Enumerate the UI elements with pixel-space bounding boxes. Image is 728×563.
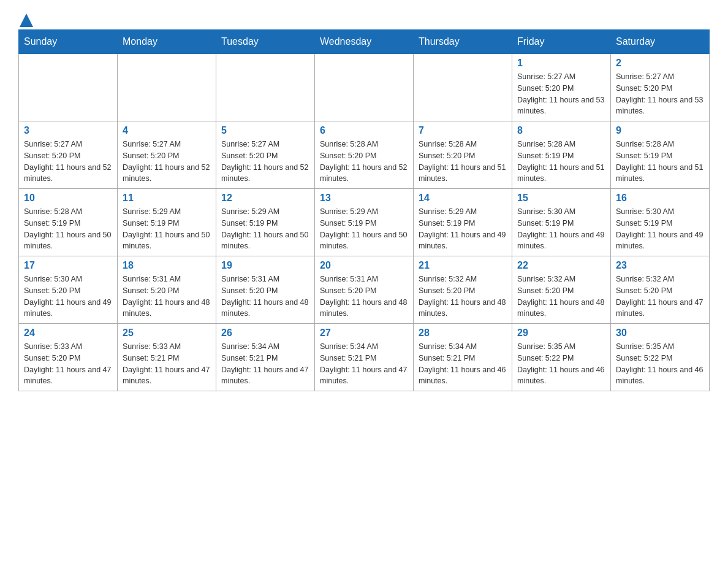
calendar-week-row: 1Sunrise: 5:27 AMSunset: 5:20 PMDaylight… xyxy=(19,54,710,121)
day-number: 8 xyxy=(517,125,605,136)
calendar-day-cell: 5Sunrise: 5:27 AMSunset: 5:20 PMDaylight… xyxy=(216,121,315,189)
day-number: 11 xyxy=(123,193,211,204)
calendar-day-cell: 6Sunrise: 5:28 AMSunset: 5:20 PMDaylight… xyxy=(315,121,414,189)
day-number: 1 xyxy=(517,58,605,69)
day-info: Sunrise: 5:31 AMSunset: 5:20 PMDaylight:… xyxy=(123,274,211,320)
day-number: 29 xyxy=(517,327,605,339)
day-info: Sunrise: 5:30 AMSunset: 5:19 PMDaylight:… xyxy=(517,206,605,252)
day-info: Sunrise: 5:27 AMSunset: 5:20 PMDaylight:… xyxy=(24,139,112,185)
day-info: Sunrise: 5:29 AMSunset: 5:19 PMDaylight:… xyxy=(419,206,507,252)
day-number: 19 xyxy=(221,260,309,271)
calendar-day-cell: 1Sunrise: 5:27 AMSunset: 5:20 PMDaylight… xyxy=(512,54,611,121)
day-number: 17 xyxy=(24,260,112,271)
day-info: Sunrise: 5:28 AMSunset: 5:19 PMDaylight:… xyxy=(24,206,112,252)
calendar-day-cell: 15Sunrise: 5:30 AMSunset: 5:19 PMDayligh… xyxy=(512,189,611,256)
day-info: Sunrise: 5:31 AMSunset: 5:20 PMDaylight:… xyxy=(320,274,408,320)
day-number: 15 xyxy=(517,193,605,204)
day-info: Sunrise: 5:34 AMSunset: 5:21 PMDaylight:… xyxy=(221,341,309,387)
calendar-day-cell: 14Sunrise: 5:29 AMSunset: 5:19 PMDayligh… xyxy=(414,189,512,256)
day-info: Sunrise: 5:28 AMSunset: 5:20 PMDaylight:… xyxy=(419,139,507,185)
day-number: 22 xyxy=(517,260,605,271)
day-info: Sunrise: 5:34 AMSunset: 5:21 PMDaylight:… xyxy=(419,341,507,387)
calendar-day-cell: 24Sunrise: 5:33 AMSunset: 5:20 PMDayligh… xyxy=(19,324,118,391)
calendar-day-cell: 25Sunrise: 5:33 AMSunset: 5:21 PMDayligh… xyxy=(118,324,216,391)
day-info: Sunrise: 5:28 AMSunset: 5:19 PMDaylight:… xyxy=(616,139,704,185)
day-number: 9 xyxy=(616,125,704,136)
day-info: Sunrise: 5:29 AMSunset: 5:19 PMDaylight:… xyxy=(221,206,309,252)
day-info: Sunrise: 5:27 AMSunset: 5:20 PMDaylight:… xyxy=(517,71,605,117)
calendar-day-cell: 2Sunrise: 5:27 AMSunset: 5:20 PMDaylight… xyxy=(611,54,710,121)
day-info: Sunrise: 5:28 AMSunset: 5:20 PMDaylight:… xyxy=(320,139,408,185)
day-info: Sunrise: 5:27 AMSunset: 5:20 PMDaylight:… xyxy=(221,139,309,185)
day-number: 14 xyxy=(419,193,507,204)
day-number: 28 xyxy=(419,327,507,339)
weekday-header-sunday: Sunday xyxy=(19,30,118,54)
weekday-header-friday: Friday xyxy=(512,30,611,54)
calendar-day-cell: 3Sunrise: 5:27 AMSunset: 5:20 PMDaylight… xyxy=(19,121,118,189)
day-number: 16 xyxy=(616,193,704,204)
weekday-header-thursday: Thursday xyxy=(414,30,512,54)
weekday-header-monday: Monday xyxy=(118,30,216,54)
day-number: 24 xyxy=(24,327,112,339)
calendar-day-cell xyxy=(414,54,512,121)
day-info: Sunrise: 5:29 AMSunset: 5:19 PMDaylight:… xyxy=(123,206,211,252)
logo xyxy=(18,12,33,23)
calendar-day-cell: 19Sunrise: 5:31 AMSunset: 5:20 PMDayligh… xyxy=(216,256,315,324)
calendar-day-cell: 7Sunrise: 5:28 AMSunset: 5:20 PMDaylight… xyxy=(414,121,512,189)
day-number: 23 xyxy=(616,260,704,271)
day-info: Sunrise: 5:32 AMSunset: 5:20 PMDaylight:… xyxy=(517,274,605,320)
weekday-header-wednesday: Wednesday xyxy=(315,30,414,54)
day-number: 18 xyxy=(123,260,211,271)
calendar-day-cell: 8Sunrise: 5:28 AMSunset: 5:19 PMDaylight… xyxy=(512,121,611,189)
day-info: Sunrise: 5:32 AMSunset: 5:20 PMDaylight:… xyxy=(419,274,507,320)
calendar-day-cell: 30Sunrise: 5:35 AMSunset: 5:22 PMDayligh… xyxy=(611,324,710,391)
calendar-week-row: 24Sunrise: 5:33 AMSunset: 5:20 PMDayligh… xyxy=(19,324,710,391)
day-number: 4 xyxy=(123,125,211,136)
day-number: 10 xyxy=(24,193,112,204)
calendar-week-row: 10Sunrise: 5:28 AMSunset: 5:19 PMDayligh… xyxy=(19,189,710,256)
day-info: Sunrise: 5:30 AMSunset: 5:20 PMDaylight:… xyxy=(24,274,112,320)
day-info: Sunrise: 5:33 AMSunset: 5:20 PMDaylight:… xyxy=(24,341,112,387)
calendar-day-cell: 21Sunrise: 5:32 AMSunset: 5:20 PMDayligh… xyxy=(414,256,512,324)
day-number: 7 xyxy=(419,125,507,136)
day-info: Sunrise: 5:33 AMSunset: 5:21 PMDaylight:… xyxy=(123,341,211,387)
day-number: 12 xyxy=(221,193,309,204)
calendar-day-cell: 20Sunrise: 5:31 AMSunset: 5:20 PMDayligh… xyxy=(315,256,414,324)
calendar-day-cell: 23Sunrise: 5:32 AMSunset: 5:20 PMDayligh… xyxy=(611,256,710,324)
day-info: Sunrise: 5:35 AMSunset: 5:22 PMDaylight:… xyxy=(517,341,605,387)
calendar-day-cell xyxy=(118,54,216,121)
day-info: Sunrise: 5:28 AMSunset: 5:19 PMDaylight:… xyxy=(517,139,605,185)
day-info: Sunrise: 5:34 AMSunset: 5:21 PMDaylight:… xyxy=(320,341,408,387)
calendar-day-cell: 28Sunrise: 5:34 AMSunset: 5:21 PMDayligh… xyxy=(414,324,512,391)
calendar-day-cell: 29Sunrise: 5:35 AMSunset: 5:22 PMDayligh… xyxy=(512,324,611,391)
svg-marker-0 xyxy=(20,13,33,27)
day-number: 3 xyxy=(24,125,112,136)
day-number: 30 xyxy=(616,327,704,339)
day-info: Sunrise: 5:32 AMSunset: 5:20 PMDaylight:… xyxy=(616,274,704,320)
calendar-table: SundayMondayTuesdayWednesdayThursdayFrid… xyxy=(18,29,710,391)
calendar-day-cell: 4Sunrise: 5:27 AMSunset: 5:20 PMDaylight… xyxy=(118,121,216,189)
calendar-day-cell: 16Sunrise: 5:30 AMSunset: 5:19 PMDayligh… xyxy=(611,189,710,256)
calendar-day-cell xyxy=(315,54,414,121)
calendar-day-cell: 13Sunrise: 5:29 AMSunset: 5:19 PMDayligh… xyxy=(315,189,414,256)
day-info: Sunrise: 5:27 AMSunset: 5:20 PMDaylight:… xyxy=(616,71,704,117)
logo-flag-icon xyxy=(20,13,33,27)
day-info: Sunrise: 5:27 AMSunset: 5:20 PMDaylight:… xyxy=(123,139,211,185)
calendar-day-cell: 12Sunrise: 5:29 AMSunset: 5:19 PMDayligh… xyxy=(216,189,315,256)
day-info: Sunrise: 5:35 AMSunset: 5:22 PMDaylight:… xyxy=(616,341,704,387)
day-number: 26 xyxy=(221,327,309,339)
calendar-day-cell: 18Sunrise: 5:31 AMSunset: 5:20 PMDayligh… xyxy=(118,256,216,324)
day-number: 6 xyxy=(320,125,408,136)
day-info: Sunrise: 5:30 AMSunset: 5:19 PMDaylight:… xyxy=(616,206,704,252)
day-number: 21 xyxy=(419,260,507,271)
calendar-day-cell: 11Sunrise: 5:29 AMSunset: 5:19 PMDayligh… xyxy=(118,189,216,256)
calendar-day-cell xyxy=(19,54,118,121)
calendar-day-cell: 22Sunrise: 5:32 AMSunset: 5:20 PMDayligh… xyxy=(512,256,611,324)
day-number: 25 xyxy=(123,327,211,339)
calendar-header-row: SundayMondayTuesdayWednesdayThursdayFrid… xyxy=(19,30,710,54)
day-number: 5 xyxy=(221,125,309,136)
calendar-day-cell: 27Sunrise: 5:34 AMSunset: 5:21 PMDayligh… xyxy=(315,324,414,391)
calendar-day-cell: 17Sunrise: 5:30 AMSunset: 5:20 PMDayligh… xyxy=(19,256,118,324)
weekday-header-saturday: Saturday xyxy=(611,30,710,54)
page-header xyxy=(18,12,710,23)
